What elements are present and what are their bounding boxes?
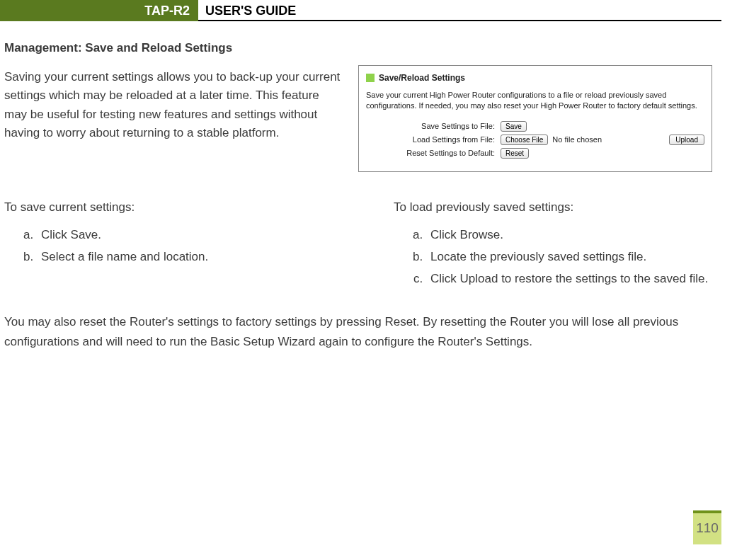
panel-square-icon [366,74,375,82]
intro-row: Saving your current settings allows you … [4,68,717,172]
reset-button[interactable]: Reset [501,148,529,159]
save-instructions-title: To save current settings: [4,198,365,217]
list-item: Select a file name and location. [37,247,365,266]
product-tab: TAP-R2 [0,0,198,21]
list-item: Locate the previously saved settings fil… [426,247,717,266]
file-chosen-text: No file chosen [552,135,602,144]
intro-paragraph: Saving your current settings allows you … [4,68,344,142]
section-title: Management: Save and Reload Settings [4,41,717,55]
document-title: USER'S GUIDE [205,0,296,21]
load-steps-list: Click Browse. Locate the previously save… [413,225,717,289]
panel-row-reset: Reset Settings to Default: Reset [366,148,704,159]
list-item: Click Upload to restore the settings to … [426,269,717,288]
save-instructions: To save current settings: Click Save. Se… [4,198,365,292]
list-item: Click Save. [37,225,365,244]
reset-label: Reset Settings to Default: [366,149,501,157]
save-label: Save Settings to File: [366,122,501,130]
page-content: Management: Save and Reload Settings Sav… [0,21,737,351]
panel-row-save: Save Settings to File: Save [366,121,704,132]
choose-file-button[interactable]: Choose File [501,135,548,145]
page-number: 110 [693,510,721,544]
panel-row-load: Load Settings from File: Choose File No … [366,135,704,145]
panel-title: Save/Reload Settings [379,73,465,83]
upload-button[interactable]: Upload [669,135,704,145]
panel-header: Save/Reload Settings [366,73,704,83]
load-instructions: To load previously saved settings: Click… [394,198,717,292]
settings-panel: Save/Reload Settings Save your current H… [358,65,712,172]
instructions-columns: To save current settings: Click Save. Se… [4,198,717,292]
load-label: Load Settings from File: [366,135,501,144]
save-button[interactable]: Save [501,121,527,132]
header-bar: TAP-R2 USER'S GUIDE [0,0,721,21]
save-steps-list: Click Save. Select a file name and locat… [24,225,365,266]
panel-description: Save your current High Power Router conf… [366,90,704,111]
reset-paragraph: You may also reset the Router's settings… [4,312,717,350]
list-item: Click Browse. [426,225,717,244]
load-instructions-title: To load previously saved settings: [394,198,717,217]
